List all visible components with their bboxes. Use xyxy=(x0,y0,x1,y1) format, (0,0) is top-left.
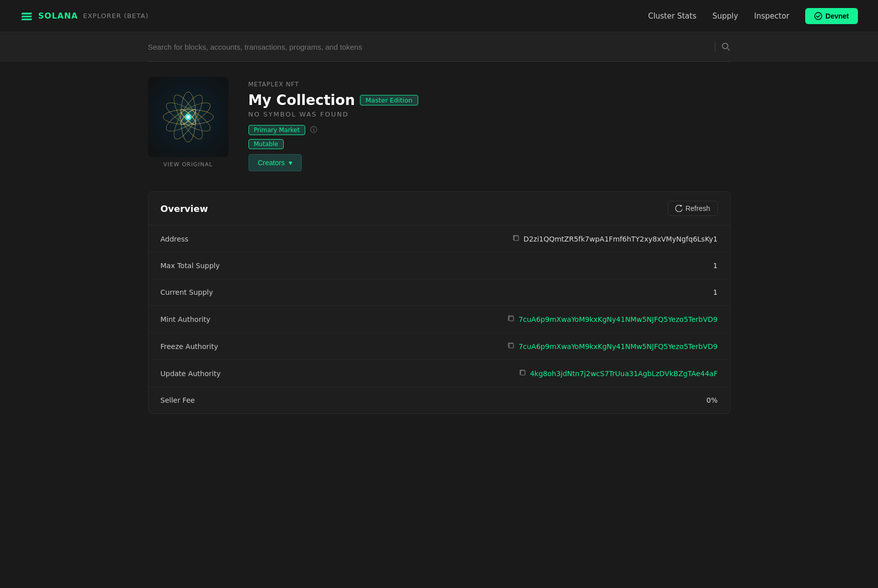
table-row-mint-authority: Mint Authority 7cuA6p9mXwaYoM9kxKgNy41NM… xyxy=(149,306,730,333)
chevron-down-icon: ▾ xyxy=(289,159,292,167)
seller-fee-value: 0% xyxy=(706,396,717,404)
table-row-max-supply: Max Total Supply 1 xyxy=(149,253,730,279)
search-bar xyxy=(148,32,730,62)
nft-title-row: My Collection Master Edition xyxy=(248,92,730,108)
search-icon[interactable] xyxy=(721,42,730,51)
solana-logo: SOLANA xyxy=(20,11,78,21)
creators-label: Creators xyxy=(258,159,285,167)
mint-authority-value: 7cuA6p9mXwaYoM9kxKgNy41NMw5NJFQ5Yezo5Ter… xyxy=(508,315,718,323)
overview-title: Overview xyxy=(161,203,208,214)
nft-info: METAPLEX NFT My Collection Master Editio… xyxy=(248,77,730,171)
svg-point-1 xyxy=(722,43,728,49)
nft-symbol: NO SYMBOL WAS FOUND xyxy=(248,110,730,118)
address-label: Address xyxy=(161,235,189,243)
nft-artwork xyxy=(156,84,221,150)
creators-button[interactable]: Creators ▾ xyxy=(248,154,302,171)
nft-image xyxy=(148,77,228,157)
table-row-current-supply: Current Supply 1 xyxy=(149,279,730,306)
current-supply-value: 1 xyxy=(713,288,718,296)
primary-market-badge: Primary Market xyxy=(248,125,305,135)
mint-authority-label: Mint Authority xyxy=(161,315,211,323)
mutable-badge: Mutable xyxy=(248,139,284,149)
seller-fee-label: Seller Fee xyxy=(161,396,195,404)
freeze-authority-value: 7cuA6p9mXwaYoM9kxKgNy41NMw5NJFQ5Yezo5Ter… xyxy=(508,342,718,350)
nft-title: My Collection xyxy=(248,92,355,108)
current-supply-label: Current Supply xyxy=(161,288,213,296)
solana-logo-icon xyxy=(20,11,34,21)
navbar: SOLANA EXPLORER (BETA) Cluster Stats Sup… xyxy=(0,0,878,32)
supply-link[interactable]: Supply xyxy=(712,12,738,21)
devnet-label: Devnet xyxy=(825,12,849,20)
table-row-address: Address D2zi1QQmtZR5fk7wpA1Fmf6hTY2xy8xV… xyxy=(149,225,730,253)
max-supply-label: Max Total Supply xyxy=(161,262,220,270)
table-row-seller-fee: Seller Fee 0% xyxy=(149,387,730,413)
nft-image-wrap: VIEW ORIGINAL xyxy=(148,77,228,168)
copy-mint-icon[interactable] xyxy=(508,315,515,323)
badge-row-2: Mutable xyxy=(248,139,730,149)
table-row-update-authority: Update Authority 4kg8oh3jdNtn7j2wcS7TrUu… xyxy=(149,360,730,387)
refresh-icon xyxy=(675,205,682,212)
devnet-check-icon xyxy=(814,12,822,20)
master-edition-badge: Master Edition xyxy=(360,95,418,105)
inspector-link[interactable]: Inspector xyxy=(754,12,789,21)
update-authority-value: 4kg8oh3jdNtn7j2wcS7TrUua31AgbLzDVkBZgTAe… xyxy=(519,369,718,378)
svg-rect-14 xyxy=(509,316,514,321)
devnet-button[interactable]: Devnet xyxy=(805,8,858,24)
primary-market-info-icon[interactable]: ⓘ xyxy=(310,126,317,135)
svg-rect-15 xyxy=(509,343,514,348)
freeze-authority-link[interactable]: 7cuA6p9mXwaYoM9kxKgNy41NMw5NJFQ5Yezo5Ter… xyxy=(519,342,718,350)
nav-left: SOLANA EXPLORER (BETA) xyxy=(20,11,149,21)
copy-update-icon[interactable] xyxy=(519,369,526,378)
table-row-freeze-authority: Freeze Authority 7cuA6p9mXwaYoM9kxKgNy41… xyxy=(149,333,730,360)
svg-rect-13 xyxy=(514,236,519,241)
nft-header: VIEW ORIGINAL METAPLEX NFT My Collection… xyxy=(148,77,730,171)
max-supply-value: 1 xyxy=(713,262,718,270)
freeze-authority-label: Freeze Authority xyxy=(161,342,218,350)
cluster-stats-link[interactable]: Cluster Stats xyxy=(648,12,696,21)
explorer-label: EXPLORER (BETA) xyxy=(83,12,148,20)
refresh-button[interactable]: Refresh xyxy=(668,201,717,216)
main-content: VIEW ORIGINAL METAPLEX NFT My Collection… xyxy=(128,62,750,429)
copy-address-icon[interactable] xyxy=(513,234,520,243)
update-authority-label: Update Authority xyxy=(161,370,221,378)
overview-card: Overview Refresh Address D2zi1QQmtZ xyxy=(148,191,730,414)
svg-rect-16 xyxy=(521,371,525,375)
address-value: D2zi1QQmtZR5fk7wpA1Fmf6hTY2xy8xVMyNgfq6L… xyxy=(513,234,718,243)
solana-logo-text: SOLANA xyxy=(38,11,78,21)
refresh-label: Refresh xyxy=(685,204,710,212)
copy-freeze-icon[interactable] xyxy=(508,342,515,350)
search-divider xyxy=(715,41,715,52)
badge-row-1: Primary Market ⓘ xyxy=(248,125,730,135)
update-authority-link[interactable]: 4kg8oh3jdNtn7j2wcS7TrUua31AgbLzDVkBZgTAe… xyxy=(530,370,718,378)
svg-point-12 xyxy=(187,115,190,119)
search-section xyxy=(0,32,878,62)
svg-point-0 xyxy=(815,13,822,20)
nav-right: Cluster Stats Supply Inspector Devnet xyxy=(648,8,858,24)
view-original-link[interactable]: VIEW ORIGINAL xyxy=(163,161,212,168)
mint-authority-link[interactable]: 7cuA6p9mXwaYoM9kxKgNy41NMw5NJFQ5Yezo5Ter… xyxy=(519,315,718,323)
address-text: D2zi1QQmtZR5fk7wpA1Fmf6hTY2xy8xVMyNgfq6L… xyxy=(524,235,718,243)
overview-header: Overview Refresh xyxy=(149,192,730,225)
metaplex-label: METAPLEX NFT xyxy=(248,81,730,88)
search-input[interactable] xyxy=(148,43,709,51)
